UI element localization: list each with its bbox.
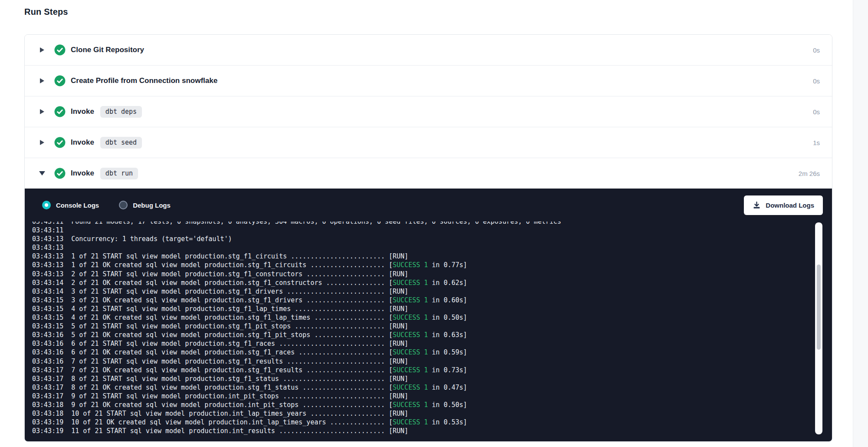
- log-message: 6 of 21 OK created sql view model produc…: [71, 348, 467, 356]
- log-success-text: SUCCESS 1: [393, 384, 428, 391]
- log-text: 2 of 21 OK created sql view model produc…: [71, 279, 393, 287]
- log-text: 9 of 21 START sql view model production.…: [71, 392, 408, 400]
- log-timestamp: 03:43:17: [32, 392, 63, 400]
- run-step-row-create-profile-from-connection-snowflake[interactable]: Create Profile from Connection snowflake…: [25, 65, 832, 96]
- log-line: 03:43:13Concurrency: 1 threads (target='…: [32, 235, 832, 243]
- log-timestamp: 03:43:17: [32, 366, 63, 374]
- log-text: 8 of 21 OK created sql view model produc…: [71, 384, 393, 391]
- caret-right-icon[interactable]: [39, 109, 45, 114]
- log-success-text: SUCCESS 1: [393, 366, 428, 374]
- log-message: 5 of 21 OK created sql view model produc…: [71, 331, 467, 339]
- log-message: 6 of 21 START sql view model production.…: [71, 340, 408, 348]
- radio-selected-icon[interactable]: [42, 201, 51, 209]
- run-step-row-clone-git-repository[interactable]: Clone Git Repository0s: [25, 35, 832, 65]
- log-text: 7 of 21 OK created sql view model produc…: [71, 366, 393, 374]
- log-line: 03:43:155 of 21 START sql view model pro…: [32, 322, 832, 331]
- caret-right-icon[interactable]: [39, 140, 45, 145]
- download-logs-button[interactable]: Download Logs: [744, 195, 823, 215]
- log-line: 03:43:179 of 21 START sql view model pro…: [32, 392, 832, 401]
- log-success-text: SUCCESS 1: [393, 331, 428, 339]
- log-line: 03:43:131 of 21 OK created sql view mode…: [32, 261, 832, 269]
- log-line: 03:43:153 of 21 OK created sql view mode…: [32, 296, 832, 305]
- caret-down-icon[interactable]: [39, 171, 45, 175]
- step-duration: 0s: [813, 77, 820, 85]
- check-circle-icon: [54, 44, 66, 56]
- run-step-row-invoke-dbt-deps[interactable]: Invokedbt deps0s: [25, 96, 832, 127]
- log-success-text: SUCCESS 1: [393, 348, 428, 356]
- log-line: 03:43:154 of 21 START sql view model pro…: [32, 305, 832, 313]
- tab-console-logs[interactable]: Console Logs: [42, 201, 99, 209]
- log-line: 03:43:178 of 21 OK created sql view mode…: [32, 383, 832, 392]
- caret-right-icon[interactable]: [39, 47, 45, 53]
- log-text: 2 of 21 START sql view model production.…: [71, 270, 408, 278]
- log-timestamp: 03:43:16: [32, 358, 63, 365]
- log-timestamp: 03:43:18: [32, 401, 63, 409]
- step-duration: 0s: [813, 108, 820, 116]
- log-line: 03:43:143 of 21 START sql view model pro…: [32, 287, 832, 296]
- log-text: Concurrency: 1 threads (target='default'…: [71, 235, 232, 243]
- log-timestamp: 03:43:13: [32, 235, 63, 243]
- log-text: 1 of 21 OK created sql view model produc…: [71, 261, 393, 269]
- log-text: Found 21 models, 17 tests, 0 snapshots, …: [71, 222, 561, 225]
- check-circle-icon: [54, 168, 66, 179]
- log-text: in 0.77s]: [428, 261, 467, 269]
- tab-label: Debug Logs: [133, 202, 171, 209]
- caret-shape: [40, 140, 44, 145]
- log-message: 2 of 21 START sql view model production.…: [71, 270, 408, 278]
- radio-unselected-icon[interactable]: [119, 201, 128, 209]
- tab-debug-logs[interactable]: Debug Logs: [119, 201, 171, 209]
- run-step-row-invoke-dbt-run[interactable]: Invokedbt run2m 26s: [25, 158, 832, 189]
- caret-shape: [40, 78, 44, 83]
- run-step-list: Clone Git Repository0sCreate Profile fro…: [25, 35, 832, 189]
- log-line: 03:43:177 of 21 OK created sql view mode…: [32, 366, 832, 374]
- log-message: Concurrency: 1 threads (target='default'…: [71, 235, 232, 243]
- step-duration: 1s: [813, 139, 820, 146]
- step-duration: 0s: [813, 46, 820, 54]
- log-success-text: SUCCESS 1: [393, 401, 428, 409]
- log-message: 4 of 21 START sql view model production.…: [71, 305, 408, 313]
- log-text: 4 of 21 OK created sql view model produc…: [71, 314, 393, 321]
- log-scrollbar[interactable]: [815, 222, 822, 434]
- check-circle-icon: [54, 75, 66, 86]
- log-line: 03:43:166 of 21 OK created sql view mode…: [32, 348, 832, 357]
- log-text: 5 of 21 START sql view model production.…: [71, 322, 408, 330]
- log-timestamp: 03:43:15: [32, 305, 63, 313]
- log-text: 3 of 21 START sql view model production.…: [71, 288, 408, 295]
- caret-shape: [40, 47, 44, 53]
- log-timestamp: 03:43:16: [32, 340, 63, 348]
- right-gutter: [853, 0, 868, 447]
- log-text: 11 of 21 START sql view model production…: [71, 427, 408, 435]
- console-log-output[interactable]: 03:43:11Found 21 models, 17 tests, 0 sna…: [25, 222, 832, 441]
- log-text: in 0.50s]: [428, 401, 467, 409]
- log-timestamp: 03:43:15: [32, 322, 63, 330]
- log-line: 03:43:1810 of 21 START sql view model pr…: [32, 409, 832, 418]
- log-scrollbar-thumb[interactable]: [817, 265, 821, 350]
- log-timestamp: 03:43:15: [32, 314, 63, 321]
- log-tabs: Console LogsDebug Logs: [42, 201, 171, 209]
- log-message: 2 of 21 OK created sql view model produc…: [71, 279, 467, 287]
- run-step-row-invoke-dbt-seed[interactable]: Invokedbt seed1s: [25, 127, 832, 158]
- log-line: 03:43:11Found 21 models, 17 tests, 0 sna…: [32, 222, 832, 226]
- check-circle-icon: [54, 106, 66, 117]
- log-text: 8 of 21 START sql view model production.…: [71, 375, 408, 383]
- log-timestamp: 03:43:11: [32, 222, 63, 225]
- log-message: 1 of 21 OK created sql view model produc…: [71, 261, 467, 269]
- log-message: 8 of 21 START sql view model production.…: [71, 375, 408, 383]
- download-icon: [753, 201, 761, 209]
- log-timestamp: 03:43:13: [32, 270, 63, 278]
- log-text: 6 of 21 START sql view model production.…: [71, 340, 408, 348]
- log-line: 03:43:154 of 21 OK created sql view mode…: [32, 313, 832, 322]
- command-badge: dbt seed: [100, 137, 142, 149]
- log-message: Found 21 models, 17 tests, 0 snapshots, …: [71, 222, 561, 225]
- log-text: 9 of 21 OK created sql view model produc…: [71, 401, 393, 409]
- caret-right-icon[interactable]: [39, 78, 45, 83]
- step-label: Create Profile from Connection snowflake: [71, 76, 217, 85]
- log-success-text: SUCCESS 1: [393, 296, 428, 304]
- run-steps-card: Clone Git Repository0sCreate Profile fro…: [24, 34, 832, 442]
- log-text: 3 of 21 OK created sql view model produc…: [71, 296, 393, 304]
- log-success-text: SUCCESS 1: [393, 314, 428, 321]
- caret-shape: [40, 109, 44, 114]
- log-text: in 0.60s]: [428, 296, 467, 304]
- log-line: 03:43:165 of 21 OK created sql view mode…: [32, 331, 832, 339]
- log-text: in 0.50s]: [428, 314, 467, 321]
